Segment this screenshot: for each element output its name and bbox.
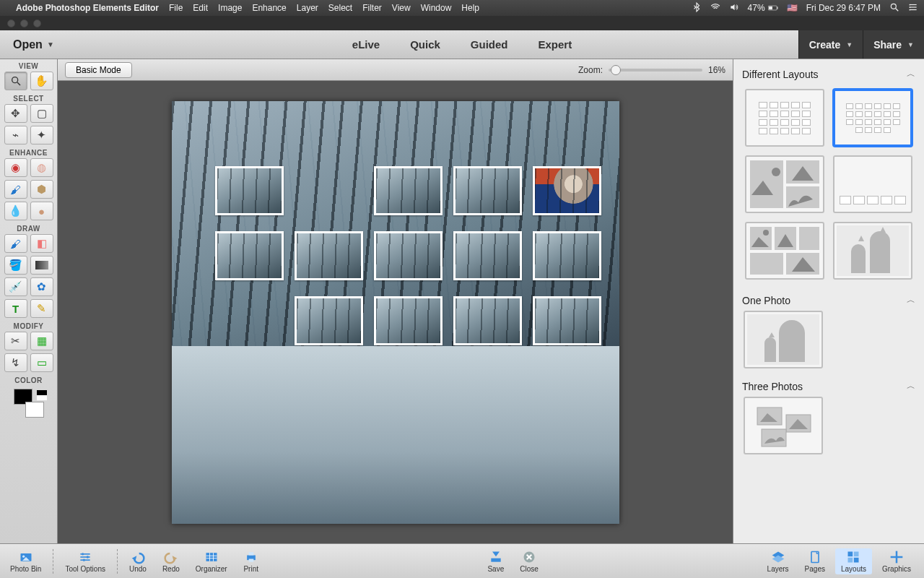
collage-photo[interactable] xyxy=(374,426,443,475)
menu-edit[interactable]: Edit xyxy=(193,3,208,13)
straighten-tool[interactable]: ▭ xyxy=(30,353,53,372)
basic-mode-button[interactable]: Basic Mode xyxy=(65,62,132,78)
layout-tile-6[interactable] xyxy=(833,222,912,280)
wifi-icon[interactable] xyxy=(710,2,720,14)
tab-expert[interactable]: Expert xyxy=(537,33,574,56)
layers-button[interactable]: Layers xyxy=(762,548,795,574)
collage-photo[interactable] xyxy=(533,166,601,215)
traffic-min[interactable] xyxy=(20,20,28,27)
lasso-tool[interactable]: ⌁ xyxy=(4,126,27,144)
sponge-tool[interactable]: ● xyxy=(30,202,53,220)
menu-image[interactable]: Image xyxy=(218,3,242,13)
quick-select-tool[interactable]: ✦ xyxy=(30,126,53,144)
clone-stamp-tool[interactable]: ⬢ xyxy=(30,180,53,199)
collage-photo[interactable] xyxy=(374,231,443,280)
layout-tile-one-1[interactable] xyxy=(744,311,823,368)
traffic-zoom[interactable] xyxy=(33,20,41,27)
input-flag-icon[interactable]: 🇺🇸 xyxy=(787,3,798,13)
tool-options-button[interactable]: Tool Options xyxy=(59,548,111,574)
swap-colors-icon[interactable] xyxy=(37,390,47,400)
layout-tile-three-1[interactable] xyxy=(744,397,823,454)
organizer-button[interactable]: Organizer xyxy=(190,548,233,574)
marquee-tool[interactable]: ▢ xyxy=(30,104,53,123)
collage-photo[interactable] xyxy=(453,426,522,475)
bluetooth-icon[interactable] xyxy=(692,2,702,14)
collage-photo[interactable] xyxy=(295,361,363,410)
menu-window[interactable]: Window xyxy=(421,3,452,13)
pages-button[interactable]: Pages xyxy=(799,548,831,574)
collage-photo[interactable] xyxy=(215,166,284,215)
menu-extras-icon[interactable] xyxy=(908,2,918,14)
collage-photo[interactable] xyxy=(374,166,443,215)
move-tool[interactable]: ✥ xyxy=(4,104,27,123)
menu-select[interactable]: Select xyxy=(328,3,352,13)
layout-tile-2[interactable]: 19 Photos xyxy=(833,89,912,147)
layouts-button[interactable]: Layouts xyxy=(835,548,872,574)
collage-photo[interactable] xyxy=(215,231,284,280)
menu-file[interactable]: File xyxy=(169,3,183,13)
pencil-tool[interactable]: ✎ xyxy=(30,299,53,318)
undo-button[interactable]: Undo xyxy=(123,548,152,574)
collage-photo[interactable] xyxy=(295,296,363,345)
spot-heal-tool[interactable]: ◍ xyxy=(30,158,53,177)
volume-icon[interactable] xyxy=(729,2,739,14)
blur-tool[interactable]: 💧 xyxy=(4,202,27,220)
gradient-tool[interactable] xyxy=(30,256,53,275)
tab-elive[interactable]: eLive xyxy=(351,33,381,56)
type-tool[interactable]: T xyxy=(4,299,27,318)
brush-tool[interactable]: 🖌 xyxy=(4,234,27,253)
section-one-photo[interactable]: One Photo ︿ xyxy=(739,290,918,311)
print-button[interactable]: Print xyxy=(237,548,265,574)
menu-layer[interactable]: Layer xyxy=(297,3,318,13)
collage-photo[interactable] xyxy=(533,426,601,475)
collage-photo[interactable] xyxy=(295,231,363,280)
share-button[interactable]: Share▼ xyxy=(863,30,924,59)
menu-filter[interactable]: Filter xyxy=(362,3,382,13)
crop-tool[interactable]: ✂ xyxy=(4,332,27,350)
background-color[interactable] xyxy=(25,402,44,418)
tab-guided[interactable]: Guided xyxy=(469,33,510,56)
layout-tile-5[interactable] xyxy=(745,222,824,280)
zoom-slider-handle[interactable] xyxy=(611,65,621,75)
tab-quick[interactable]: Quick xyxy=(409,33,442,56)
section-different-layouts[interactable]: Different Layouts ︿ xyxy=(739,64,918,85)
redo-button[interactable]: Redo xyxy=(157,548,186,574)
eyedropper-tool[interactable]: 💉 xyxy=(4,277,27,296)
smart-brush-tool[interactable]: 🖌 xyxy=(4,180,27,199)
photo-collage-canvas[interactable] xyxy=(172,101,619,524)
battery-status[interactable]: 47% xyxy=(748,3,778,13)
recompose-tool[interactable]: ▦ xyxy=(30,332,53,350)
save-button[interactable]: Save xyxy=(481,548,510,574)
collage-photo[interactable] xyxy=(295,426,363,475)
graphics-button[interactable]: Graphics xyxy=(876,548,917,574)
collage-photo[interactable] xyxy=(533,296,601,345)
layout-tile-1[interactable] xyxy=(745,89,824,147)
zoom-tool[interactable] xyxy=(4,72,27,90)
menu-help[interactable]: Help xyxy=(461,3,479,13)
section-three-photos[interactable]: Three Photos ︿ xyxy=(739,376,918,397)
spotlight-icon[interactable] xyxy=(889,2,899,14)
hand-tool[interactable]: ✋ xyxy=(30,72,53,90)
photo-bin-button[interactable]: Photo Bin xyxy=(4,548,47,574)
layout-tile-3[interactable] xyxy=(745,155,824,213)
open-menu-button[interactable]: Open ▼ xyxy=(7,35,60,54)
collage-photo[interactable] xyxy=(533,231,601,280)
create-button[interactable]: Create▼ xyxy=(798,30,863,59)
collage-photo[interactable] xyxy=(453,296,522,345)
close-button[interactable]: Close xyxy=(514,548,544,574)
traffic-close[interactable] xyxy=(7,20,15,27)
content-aware-tool[interactable]: ↯ xyxy=(4,353,27,372)
collage-photo[interactable] xyxy=(453,166,522,215)
zoom-slider[interactable] xyxy=(609,69,702,72)
color-swatches[interactable] xyxy=(11,389,47,418)
eraser-tool[interactable]: ◧ xyxy=(30,234,53,253)
redeye-tool[interactable]: ◉ xyxy=(4,158,27,177)
collage-photo[interactable] xyxy=(453,361,522,410)
paint-bucket-tool[interactable]: 🪣 xyxy=(4,256,27,275)
shape-tool[interactable]: ✿ xyxy=(30,277,53,296)
menu-view[interactable]: View xyxy=(392,3,411,13)
menubar-clock[interactable]: Fri Dec 29 6:47 PM xyxy=(806,3,881,13)
collage-photo[interactable] xyxy=(215,361,284,410)
layout-tile-4[interactable] xyxy=(833,155,912,213)
collage-photo[interactable] xyxy=(374,296,443,345)
